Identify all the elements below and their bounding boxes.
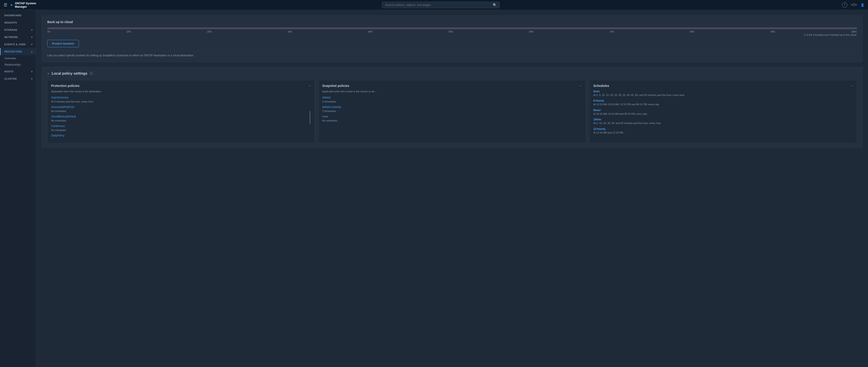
policy-detail-continuous: No schedules (51, 129, 66, 131)
label-70: 70% (610, 31, 614, 33)
policy-name-async[interactable]: Asynchronous (51, 96, 311, 99)
policy-name-continuous[interactable]: Continuous (51, 124, 311, 128)
policy-name-cloud[interactable]: CloudBackupDefault (51, 115, 311, 118)
snapshot-name-default[interactable]: default (322, 96, 582, 99)
sidebar-item-insights[interactable]: INSIGHTS (0, 19, 36, 26)
schedules-title: Schedules (593, 84, 609, 88)
snapshot-policies-header: Snapshot policies → (322, 84, 582, 88)
policy-name-daily[interactable]: DailyPolicy (51, 134, 311, 137)
snapshot-entry-default: default 3 Schedules (322, 96, 582, 103)
label-20: 20% (207, 31, 212, 33)
label-50: 50% (448, 31, 453, 33)
protection-policies-list: Asynchronous At 5 minutes past the hour,… (51, 96, 311, 140)
protection-policies-arrow[interactable]: → (308, 84, 311, 88)
schedule-entry-5min: 5min At 0, 5, 10, 15, 20, 25, 30, 35, 40… (593, 90, 853, 97)
policy-section: ∧ Local policy settings ⓘ Protection pol… (42, 67, 863, 148)
snapshot-entry-default-weekly: default-1weekly 3 Schedules (322, 105, 582, 113)
schedules-header: Schedules → (593, 84, 853, 88)
cluster-label: CLUSTER (4, 78, 17, 80)
search-icon: 🔍 (493, 3, 497, 7)
chevron-down-icon: ▾ (31, 70, 33, 73)
search-bar: 🔍 (40, 2, 842, 8)
overview-label: Overview (4, 57, 16, 60)
backup-section-title: Back up to cloud (47, 20, 857, 24)
collapse-icon[interactable]: ∧ (47, 72, 49, 75)
progress-note: 2 of the 2 buckets aren't backed up to t… (47, 33, 857, 36)
schedule-name-8hour[interactable]: 8hour (593, 109, 853, 112)
progress-labels: 0% 10% 20% 30% 40% 50% 60% 70% 80% 90% 1… (47, 31, 857, 33)
protection-label: PROTECTION (4, 50, 22, 53)
schedules-list: 5min At 0, 5, 10, 15, 20, 25, 30, 35, 40… (593, 90, 853, 137)
snapshot-subtitle: Applicable when this cluster is the sour… (322, 90, 582, 93)
sidebar-item-events-jobs[interactable]: EVENTS & JOBS ▾ (0, 41, 36, 48)
progress-bar-wrapper (47, 27, 857, 29)
sidebar-item-dashboard[interactable]: DASHBOARD (0, 12, 36, 19)
schedules-arrow[interactable]: → (850, 84, 853, 88)
protection-subtitle: Applicable when this cluster is the dest… (51, 90, 311, 93)
protect-buckets-button[interactable]: Protect buckets (47, 40, 79, 47)
protection-policies-card: Protection policies → Applicable when th… (47, 80, 315, 143)
snapshot-entry-none: none No schedules (322, 115, 582, 122)
sidebar-item-storage[interactable]: STORAGE ▾ (0, 26, 36, 33)
storage-label: STORAGE (4, 29, 18, 31)
sidebar-item-protection[interactable]: PROTECTION ▴ (0, 48, 36, 55)
relationships-label: Relationships (4, 63, 21, 66)
protection-policies-title: Protection policies (51, 84, 80, 88)
schedule-detail-10min: At 0, 10, 20, 30, 40, and 50 minutes pas… (593, 122, 853, 125)
policy-name-automated[interactable]: AutomatedFailOver (51, 105, 311, 109)
snapshot-detail-none: No schedules (322, 119, 337, 122)
scrollbar-indicator (310, 111, 310, 124)
sidebar-item-hosts[interactable]: HOSTS ▾ (0, 68, 36, 75)
snapshot-name-default-weekly[interactable]: default-1weekly (322, 105, 582, 109)
code-icon[interactable]: </> (851, 2, 857, 7)
protect-description: Lets you select specific buckets for set… (47, 51, 857, 58)
sidebar-sub-relationships[interactable]: Relationships (0, 62, 36, 68)
search-input[interactable] (385, 3, 491, 6)
schedule-name-6hourly[interactable]: 6-hourly (593, 99, 853, 102)
app-logo-icon: ■ (10, 3, 13, 7)
info-icon[interactable]: ⓘ (90, 71, 93, 75)
snapshot-policies-list: default 3 Schedules default-1weekly 3 Sc… (322, 96, 582, 124)
snapshot-detail-default: 3 Schedules (322, 100, 336, 103)
snapshot-name-none[interactable]: none (322, 115, 582, 118)
label-0: 0% (47, 31, 51, 33)
schedule-entry-8hour: 8hour At 02:15 AM, 10:15 AM and 06:15 PM… (593, 109, 853, 116)
help-icon[interactable]: ? (842, 2, 847, 8)
schedule-detail-8hour: At 02:15 AM, 10:15 AM and 06:15 PM, ever… (593, 112, 853, 116)
chevron-down-icon: ▾ (31, 29, 33, 31)
label-90: 90% (771, 31, 775, 33)
policy-cards: Protection policies → Applicable when th… (47, 80, 857, 143)
label-80: 80% (690, 31, 695, 33)
app-title: ONTAP System Manager (15, 2, 40, 8)
chevron-down-icon: ▾ (31, 78, 33, 80)
menu-icon[interactable]: ☰ (4, 2, 7, 7)
policy-entry-async: Asynchronous At 5 minutes past the hour,… (51, 96, 311, 103)
hosts-label: HOSTS (4, 70, 13, 73)
sidebar-item-cluster[interactable]: CLUSTER ▾ (0, 75, 36, 82)
snapshot-policies-title: Snapshot policies (322, 84, 349, 88)
progress-container: 0% 10% 20% 30% 40% 50% 60% 70% 80% 90% 1… (47, 27, 857, 36)
insights-label: INSIGHTS (4, 21, 17, 24)
sidebar-sub-overview[interactable]: Overview (0, 55, 36, 62)
topbar-left: ☰ ■ ONTAP System Manager (4, 2, 40, 8)
policy-detail-cloud: No schedules (51, 119, 66, 122)
snapshot-detail-default-weekly: 3 Schedules (322, 110, 336, 113)
sidebar-item-network[interactable]: NETWORK ▾ (0, 33, 36, 41)
label-60: 60% (529, 31, 533, 33)
local-policy-title: Local policy settings (52, 71, 87, 75)
progress-bar-fill (47, 27, 857, 29)
chevron-down-icon: ▾ (31, 36, 33, 38)
schedule-name-12hourly[interactable]: 12-hourly (593, 127, 853, 130)
chevron-down-icon: ▾ (31, 43, 33, 46)
schedule-name-5min[interactable]: 5min (593, 90, 853, 93)
schedule-entry-12hourly: 12-hourly At 12:15 AM and 12:15 PM... (593, 127, 853, 134)
policy-entry-cloud: CloudBackupDefault No schedules (51, 115, 311, 122)
snapshot-policies-arrow[interactable]: → (579, 84, 582, 88)
policy-entry-automated: AutomatedFailOver No schedules (51, 105, 311, 113)
main-layout: DASHBOARD INSIGHTS STORAGE ▾ NETWORK ▾ E… (0, 10, 868, 367)
schedule-detail-5min: At 0, 5, 10, 15, 20, 25, 30, 35, 40, 45,… (593, 93, 853, 97)
schedule-entry-10min: 10min At 0, 10, 20, 30, 40, and 50 minut… (593, 118, 853, 125)
user-icon[interactable]: 👤 (861, 3, 864, 7)
schedule-name-10min[interactable]: 10min (593, 118, 853, 121)
policy-detail-async: At 5 minutes past the hour, every hour (51, 100, 93, 103)
